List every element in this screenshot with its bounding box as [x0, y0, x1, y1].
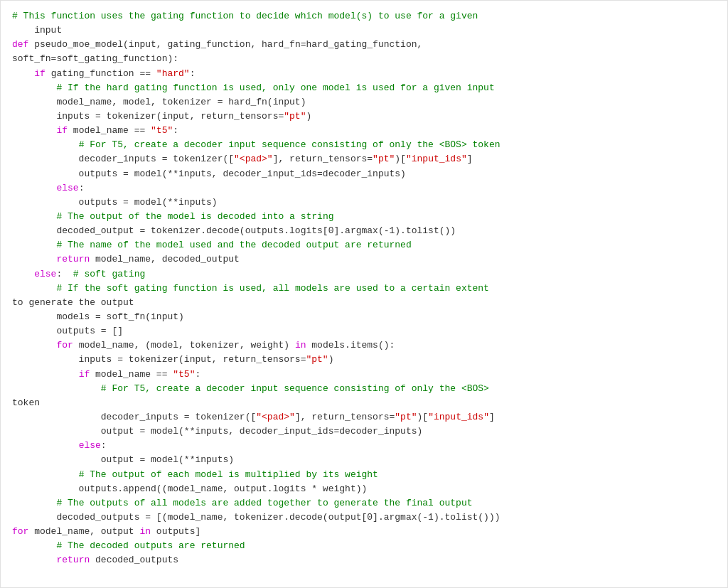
token-keyword: if [79, 369, 95, 380]
token-default: decoder_inputs = tokenizer([ [12, 154, 234, 164]
token-default [12, 469, 79, 480]
token-comment: # The outputs of all models are added to… [56, 498, 472, 508]
token-default: ], return_tensors= [273, 154, 373, 164]
token-default: to generate the output [12, 297, 134, 308]
token-default [12, 139, 79, 150]
token-default: models.items(): [311, 340, 395, 351]
token-comment: # For T5, create a decoder input sequenc… [101, 383, 489, 394]
token-comment: # The output of the model is decoded int… [56, 211, 333, 222]
code-block: # This function uses the gating function… [12, 9, 716, 567]
token-default: decoded_outputs = [(model_name, tokenize… [12, 512, 500, 523]
token-default: model_name, output [34, 526, 139, 537]
token-default: outputs] [156, 526, 200, 537]
token-default: model_name == [95, 369, 173, 380]
token-default: model_name, decoded_output [95, 254, 240, 264]
token-default [12, 555, 56, 565]
token-default: model_name == [73, 125, 151, 136]
token-keyword: def [12, 39, 34, 50]
token-string: "pt" [306, 354, 328, 365]
token-default [12, 125, 56, 136]
token-keyword: if [34, 68, 50, 79]
token-default [12, 82, 56, 93]
token-default: ) [306, 111, 311, 122]
token-default: outputs.append((model_name, output.logit… [12, 483, 367, 494]
token-default: output = model(**inputs) [12, 454, 234, 465]
token-comment: # The output of each model is multiplied… [79, 469, 378, 480]
token-default: )[ [417, 412, 429, 422]
token-keyword: in [295, 340, 311, 351]
token-keyword: for [56, 340, 78, 351]
token-comment: # If the soft gating function is used, a… [56, 283, 489, 294]
token-default: )[ [395, 154, 406, 164]
token-string: "hard" [156, 68, 190, 79]
token-string: "<pad>" [256, 412, 295, 422]
token-keyword: for [12, 526, 34, 537]
token-default: pseudo_moe_model(input, gating_function,… [34, 39, 422, 50]
token-default [12, 440, 79, 451]
token-default: ] [489, 412, 495, 422]
token-default: output = model(**inputs, decoder_input_i… [12, 426, 422, 437]
token-keyword: in [139, 526, 156, 537]
token-string: "<pad>" [234, 154, 273, 164]
token-default: gating_function == [51, 68, 156, 79]
token-string: "pt" [395, 412, 417, 422]
token-keyword: return [56, 555, 95, 565]
token-default: outputs = model(**inputs, decoder_input_… [12, 169, 406, 179]
token-default [12, 269, 34, 279]
token-string: "t5" [151, 125, 173, 136]
token-default [12, 498, 56, 508]
token-default: model_name, model, tokenizer = hard_fn(i… [12, 97, 306, 107]
token-default: : [101, 440, 107, 451]
code-container: # This function uses the gating function… [0, 0, 728, 588]
token-default: ] [467, 154, 473, 164]
token-string: "input_ids" [428, 412, 489, 422]
token-default: inputs = tokenizer(input, return_tensors… [12, 354, 306, 365]
token-comment: # This function uses the gating function… [12, 11, 478, 21]
token-string: "pt" [284, 111, 306, 122]
token-keyword: if [56, 125, 73, 136]
token-default [12, 369, 79, 380]
token-keyword: else [34, 269, 56, 279]
token-default: : [190, 68, 196, 79]
token-default: soft_fn=soft_gating_function): [12, 53, 178, 64]
token-keyword: return [56, 254, 95, 264]
token-default [12, 340, 56, 351]
token-default: token [12, 397, 40, 408]
token-default [12, 183, 56, 193]
token-string: "input_ids" [406, 154, 467, 164]
token-default: decoded_outputs [95, 555, 178, 565]
token-comment: # If the hard gating function is used, o… [56, 82, 494, 93]
token-keyword: else [79, 440, 101, 451]
token-default: model_name, (model, tokenizer, weight) [79, 340, 295, 351]
token-string: "t5" [173, 369, 195, 380]
token-default [12, 254, 56, 264]
token-default [12, 68, 34, 79]
token-default [12, 383, 101, 394]
token-default [12, 283, 56, 294]
token-default: outputs = model(**inputs) [12, 197, 218, 208]
token-default: models = soft_fn(input) [12, 311, 184, 322]
token-default [12, 240, 56, 250]
token-default: input [12, 25, 62, 36]
token-comment: # The name of the model used and the dec… [56, 240, 411, 250]
token-default [12, 540, 56, 551]
token-comment: # For T5, create a decoder input sequenc… [79, 139, 500, 150]
token-default: : [56, 269, 73, 279]
token-default [12, 211, 56, 222]
token-default: : [79, 183, 85, 193]
token-default: : [173, 125, 178, 136]
token-default: inputs = tokenizer(input, return_tensors… [12, 111, 284, 122]
token-keyword: else [56, 183, 78, 193]
token-default: outputs = [] [12, 326, 123, 336]
token-comment: # soft gating [73, 269, 145, 279]
token-default: : [195, 369, 200, 380]
token-default: ], return_tensors= [295, 412, 395, 422]
token-default: decoded_output = tokenizer.decode(output… [12, 225, 456, 236]
token-comment: # The decoded outputs are returned [56, 540, 245, 551]
token-default: decoder_inputs = tokenizer([ [12, 412, 256, 422]
token-string: "pt" [373, 154, 395, 164]
token-default: ) [328, 354, 334, 365]
